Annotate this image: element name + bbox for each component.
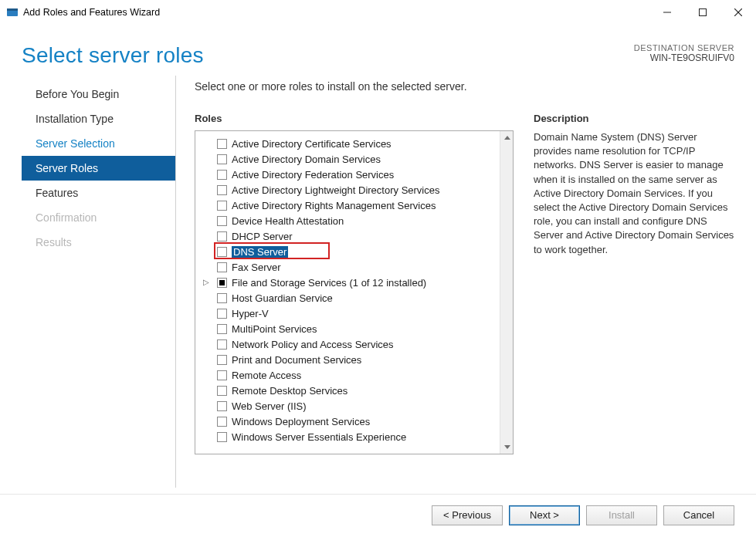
role-label: Fax Server — [232, 262, 281, 273]
nav-item: Confirmation — [22, 205, 175, 230]
previous-button[interactable]: < Previous — [432, 505, 503, 525]
next-button[interactable]: Next > — [509, 505, 580, 525]
cancel-button[interactable]: Cancel — [663, 505, 734, 525]
nav-item[interactable]: Server Roles — [22, 156, 175, 181]
role-row[interactable]: DHCP Server — [209, 228, 496, 244]
role-label: Windows Server Essentials Experience — [232, 431, 406, 443]
role-checkbox[interactable] — [217, 201, 227, 211]
destination-server: WIN-TE9OSRUIFV0 — [634, 52, 734, 63]
destination-label: DESTINATION SERVER — [634, 43, 734, 52]
role-checkbox[interactable] — [217, 216, 227, 226]
role-checkbox[interactable] — [217, 170, 227, 180]
role-row[interactable]: Network Policy and Access Services — [209, 336, 496, 352]
role-row[interactable]: Device Health Attestation — [209, 213, 496, 228]
role-row[interactable]: Active Directory Certificate Services — [209, 136, 496, 151]
role-checkbox[interactable] — [217, 324, 227, 334]
role-row[interactable]: Host Guardian Service — [209, 290, 496, 306]
role-label: Active Directory Rights Management Servi… — [232, 200, 436, 211]
nav-item[interactable]: Before You Begin — [22, 82, 175, 106]
minimize-button[interactable] — [649, 0, 685, 25]
role-checkbox[interactable] — [217, 309, 227, 319]
role-label: Remote Desktop Services — [232, 385, 347, 397]
role-label: Active Directory Domain Services — [232, 154, 381, 165]
role-checkbox[interactable] — [217, 386, 227, 396]
role-row[interactable]: DNS Server — [209, 244, 496, 259]
maximize-button[interactable] — [685, 0, 720, 25]
scroll-up-icon[interactable] — [500, 131, 514, 144]
description-heading: Description — [534, 113, 734, 124]
description-column: Description Domain Name System (DNS) Ser… — [534, 113, 734, 488]
svg-marker-7 — [504, 445, 510, 449]
nav-item[interactable]: Installation Type — [22, 106, 175, 131]
role-label: DHCP Server — [232, 231, 293, 242]
role-checkbox[interactable] — [217, 278, 227, 288]
role-checkbox[interactable] — [217, 355, 227, 365]
intro-text: Select one or more roles to install on t… — [195, 80, 734, 93]
role-row[interactable]: ▷File and Storage Services (1 of 12 inst… — [209, 275, 496, 290]
role-label: Print and Document Services — [232, 354, 361, 366]
role-label: MultiPoint Services — [232, 323, 317, 335]
role-label: Active Directory Federation Services — [232, 169, 394, 181]
role-checkbox[interactable] — [217, 139, 227, 149]
description-text: Domain Name System (DNS) Server provides… — [534, 130, 734, 257]
role-label: Device Health Attestation — [232, 215, 344, 227]
role-label: Active Directory Certificate Services — [232, 138, 392, 150]
role-row[interactable]: Web Server (IIS) — [209, 398, 496, 414]
roles-column: Roles Active Directory Certificate Servi… — [195, 113, 514, 488]
role-label: Active Directory Lightweight Directory S… — [232, 184, 439, 196]
roles-list: Active Directory Certificate ServicesAct… — [195, 131, 499, 454]
install-button[interactable]: Install — [586, 505, 657, 525]
role-checkbox[interactable] — [217, 247, 227, 257]
role-label: Network Policy and Access Services — [232, 339, 394, 350]
roles-heading: Roles — [195, 113, 514, 124]
page-title: Select server roles — [22, 43, 204, 68]
svg-marker-6 — [504, 136, 510, 140]
role-checkbox[interactable] — [217, 262, 227, 272]
expander-icon[interactable]: ▷ — [203, 278, 209, 286]
role-row[interactable]: Active Directory Federation Services — [209, 167, 496, 182]
role-label: Host Guardian Service — [232, 292, 333, 304]
role-row[interactable]: MultiPoint Services — [209, 321, 496, 336]
close-button[interactable] — [720, 0, 756, 25]
nav-item[interactable]: Server Selection — [22, 131, 175, 156]
role-row[interactable]: Hyper-V — [209, 306, 496, 321]
role-label: Windows Deployment Services — [232, 416, 370, 427]
role-row[interactable]: Remote Desktop Services — [209, 383, 496, 398]
window-title: Add Roles and Features Wizard — [23, 7, 160, 18]
body: Before You BeginInstallation TypeServer … — [0, 76, 756, 494]
role-row[interactable]: Print and Document Services — [209, 352, 496, 367]
role-row[interactable]: Fax Server — [209, 259, 496, 275]
role-checkbox[interactable] — [217, 401, 227, 411]
role-checkbox[interactable] — [217, 432, 227, 442]
wizard-nav: Before You BeginInstallation TypeServer … — [22, 76, 176, 488]
main-panel: Select one or more roles to install on t… — [176, 76, 734, 488]
nav-item[interactable]: Features — [22, 181, 175, 205]
roles-listbox[interactable]: Active Directory Certificate ServicesAct… — [195, 130, 514, 454]
role-checkbox[interactable] — [217, 293, 227, 303]
role-row[interactable]: Remote Access — [209, 367, 496, 383]
role-row[interactable]: Windows Server Essentials Experience — [209, 429, 496, 444]
button-row: < Previous Next > Install Cancel — [0, 494, 756, 537]
role-checkbox[interactable] — [217, 231, 227, 241]
svg-rect-1 — [7, 8, 18, 11]
role-row[interactable]: Windows Deployment Services — [209, 414, 496, 429]
role-checkbox[interactable] — [217, 185, 227, 195]
role-checkbox[interactable] — [217, 154, 227, 164]
role-row[interactable]: Active Directory Rights Management Servi… — [209, 198, 496, 213]
role-label: Web Server (IIS) — [232, 400, 307, 412]
columns: Roles Active Directory Certificate Servi… — [195, 113, 734, 488]
role-row[interactable]: Active Directory Domain Services — [209, 151, 496, 167]
nav-item: Results — [22, 230, 175, 255]
role-row[interactable]: Active Directory Lightweight Directory S… — [209, 182, 496, 198]
role-label: DNS Server — [232, 246, 288, 258]
scrollbar[interactable] — [500, 131, 513, 454]
role-label: Remote Access — [232, 370, 301, 381]
role-checkbox[interactable] — [217, 339, 227, 350]
header: Select server roles DESTINATION SERVER W… — [0, 25, 756, 76]
svg-rect-3 — [700, 9, 707, 16]
scroll-down-icon[interactable] — [500, 441, 514, 454]
role-label: Hyper-V — [232, 308, 269, 319]
role-checkbox[interactable] — [217, 417, 227, 427]
wizard-window: Add Roles and Features Wizard Select ser… — [0, 0, 756, 537]
role-checkbox[interactable] — [217, 370, 227, 380]
